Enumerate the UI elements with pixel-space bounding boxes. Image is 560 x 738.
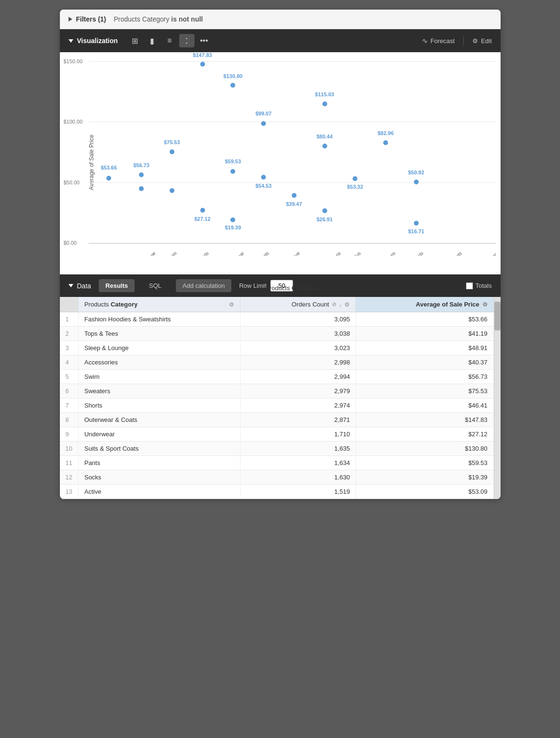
dot-plus[interactable] bbox=[292, 193, 297, 198]
cell-avg-price: $46.41 bbox=[356, 398, 493, 413]
viz-label[interactable]: Visualization bbox=[69, 37, 118, 45]
th-avg-sale-price-inner: Average of Sale Price ⚙ bbox=[362, 301, 487, 308]
table-row: 6 Sweaters 2,979 $75.53 bbox=[60, 384, 494, 398]
x-label-swim: Swim bbox=[166, 250, 178, 256]
cell-row-num: 4 bbox=[60, 355, 79, 370]
dot-dresses-high[interactable] bbox=[322, 102, 327, 106]
scatter-view-icon[interactable]: ⁚ bbox=[179, 34, 194, 47]
y-gridline-100: $100.00 bbox=[89, 122, 496, 122]
table-row: 9 Underwear 1,710 $27.12 bbox=[60, 427, 494, 442]
table-row: 11 Pants 1,634 $59.53 bbox=[60, 456, 494, 470]
dot-clothing-sets-high[interactable] bbox=[383, 140, 388, 145]
dot-dresses-mid[interactable] bbox=[322, 144, 327, 148]
dot-label-swim-high: $75.53 bbox=[164, 139, 180, 145]
forecast-label: Forecast bbox=[431, 37, 455, 45]
table-row: 8 Outerwear & Coats 2,871 $147.83 bbox=[60, 413, 494, 427]
x-label-shorts: Shorts bbox=[196, 250, 209, 256]
table-row: 4 Accessories 2,998 $40.37 bbox=[60, 355, 494, 370]
dot-skirts[interactable] bbox=[353, 176, 357, 181]
filter-field: Products Category bbox=[114, 15, 170, 23]
dot-socks-low[interactable] bbox=[414, 221, 419, 226]
filters-bar: Filters (1) Products Category is not nul… bbox=[60, 10, 501, 29]
th-orders-count: Orders Count ⊘ ↓ ⚙ bbox=[240, 297, 356, 312]
dot-pants[interactable] bbox=[230, 169, 235, 174]
filters-text: Filters (1) bbox=[76, 15, 106, 23]
dot-label-socks-low: $16.71 bbox=[408, 228, 424, 234]
dot-underwear-high[interactable] bbox=[230, 83, 235, 88]
cell-row-num: 5 bbox=[60, 370, 79, 384]
x-label-skirts: Skirts bbox=[412, 250, 424, 256]
dot-label-pants: $59.53 bbox=[225, 159, 241, 164]
dot-socks-high[interactable] bbox=[414, 180, 419, 184]
filters-label[interactable]: Filters (1) bbox=[69, 15, 106, 23]
th-avg-sale-price-label: Average of Sale Price bbox=[416, 301, 479, 308]
dot-swim-low[interactable] bbox=[170, 188, 174, 193]
x-label-dresses: Dresses bbox=[380, 250, 397, 256]
table-header-row: Products Category ⚙ Orders Count ⊘ ↓ ⚙ bbox=[60, 297, 494, 312]
table-row: 10 Suits & Sport Coats 1,635 $130.80 bbox=[60, 442, 494, 456]
cell-row-num: 12 bbox=[60, 470, 79, 485]
more-options-icon[interactable]: ••• bbox=[196, 34, 212, 47]
cell-avg-price: $59.53 bbox=[356, 456, 493, 470]
dot-label-plus: $39.47 bbox=[286, 201, 302, 207]
dot-sleep-lounge-high[interactable] bbox=[139, 172, 144, 177]
x-axis-title-text: Products bbox=[265, 284, 292, 292]
cell-orders: 2,994 bbox=[240, 370, 356, 384]
cell-row-num: 1 bbox=[60, 312, 79, 327]
orders-count-gear-icon[interactable]: ⚙ bbox=[344, 301, 350, 308]
table-row: 3 Sleep & Lounge 3,023 $48.91 bbox=[60, 341, 494, 355]
dot-label-underwear-high: $130.80 bbox=[223, 73, 242, 79]
dot-fashion-hoodies[interactable] bbox=[106, 176, 111, 181]
dot-label-shorts-high: $147.83 bbox=[193, 52, 212, 58]
list-view-icon[interactable]: ≡ bbox=[162, 34, 177, 47]
y-label-100: $100.00 bbox=[64, 119, 83, 125]
cell-category: Pants bbox=[78, 456, 240, 470]
dot-shorts-high[interactable] bbox=[200, 62, 205, 67]
cell-avg-price: $130.80 bbox=[356, 442, 493, 456]
cell-avg-price: $27.12 bbox=[356, 427, 493, 442]
x-label-active: Active bbox=[288, 250, 301, 256]
x-axis-title: Products Category bbox=[89, 284, 496, 296]
scrollbar[interactable] bbox=[494, 297, 501, 499]
dot-label-pants-capris: $54.53 bbox=[255, 183, 272, 189]
scroll-thumb[interactable] bbox=[494, 302, 501, 330]
cell-category: Shorts bbox=[78, 398, 240, 413]
x-label-fashion: Fashion Hoodie... bbox=[96, 250, 119, 256]
cell-orders: 1,710 bbox=[240, 427, 356, 442]
edit-action[interactable]: ⚙ Edit bbox=[472, 37, 491, 45]
table-row: 2 Tops & Tees 3,038 $41.19 bbox=[60, 327, 494, 341]
products-category-gear-icon[interactable]: ⚙ bbox=[229, 301, 234, 308]
dot-active-high[interactable] bbox=[261, 121, 266, 126]
cell-row-num: 11 bbox=[60, 456, 79, 470]
expand-filters-icon bbox=[69, 17, 72, 22]
forecast-action[interactable]: ∿ Forecast bbox=[422, 37, 455, 45]
orders-count-sort-icon[interactable]: ↓ bbox=[339, 302, 342, 307]
data-section-label: Data bbox=[69, 282, 91, 290]
dot-pants-capris[interactable] bbox=[261, 175, 266, 180]
dot-active-low[interactable] bbox=[230, 217, 235, 222]
cell-category: Socks bbox=[78, 470, 240, 485]
cell-row-num: 3 bbox=[60, 341, 79, 355]
cell-avg-price: $40.37 bbox=[356, 355, 493, 370]
table-row: 12 Socks 1,630 $19.39 bbox=[60, 470, 494, 485]
x-label-clothing-sets: Clothing Sets bbox=[439, 250, 463, 256]
orders-count-filter-icon[interactable]: ⊘ bbox=[332, 301, 336, 307]
cell-orders: 2,998 bbox=[240, 355, 356, 370]
viz-expand-icon bbox=[69, 39, 73, 43]
cell-orders: 3,023 bbox=[240, 341, 356, 355]
dot-sleep-lounge-low[interactable] bbox=[139, 186, 144, 191]
cell-category: Tops & Tees bbox=[78, 327, 240, 341]
dot-skirts-low[interactable] bbox=[322, 208, 327, 213]
cell-orders: 2,979 bbox=[240, 384, 356, 398]
cell-orders: 3,038 bbox=[240, 327, 356, 341]
dot-swim-high[interactable] bbox=[170, 149, 174, 154]
bar-view-icon[interactable]: ▮ bbox=[145, 34, 160, 47]
avg-sale-price-gear-icon[interactable]: ⚙ bbox=[482, 301, 488, 308]
cell-category: Accessories bbox=[78, 355, 240, 370]
data-table: Products Category ⚙ Orders Count ⊘ ↓ ⚙ bbox=[60, 297, 494, 499]
forecast-icon: ∿ bbox=[422, 37, 428, 45]
table-view-icon[interactable]: ⊞ bbox=[127, 34, 143, 47]
cell-orders: 2,974 bbox=[240, 398, 356, 413]
dot-shorts-low[interactable] bbox=[200, 208, 205, 213]
edit-label: Edit bbox=[481, 37, 491, 45]
